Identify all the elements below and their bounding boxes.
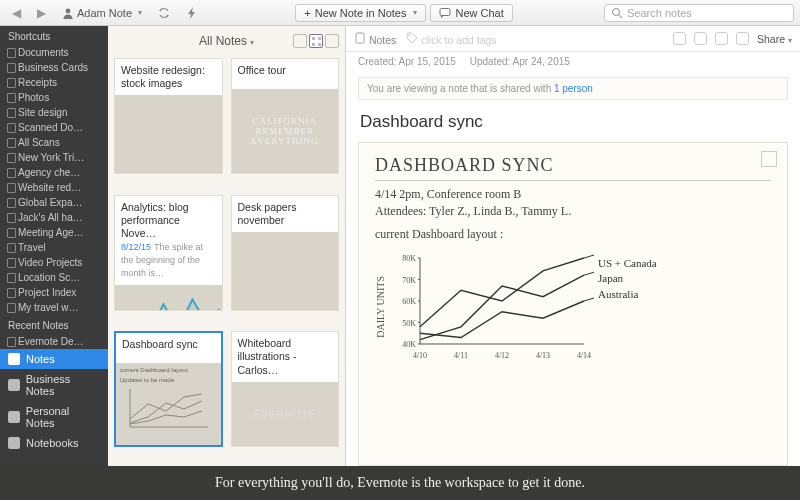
- plus-icon: +: [304, 7, 310, 19]
- sidebar-shortcut[interactable]: Global Expa…: [0, 195, 108, 210]
- svg-line-25: [584, 255, 594, 258]
- sidebar-shortcut[interactable]: Jack's All ha…: [0, 210, 108, 225]
- note-meta: Created: Apr 15, 2015 Updated: Apr 24, 2…: [346, 52, 800, 71]
- sidebar-shortcut[interactable]: Receipts: [0, 75, 108, 90]
- sidebar-shortcut[interactable]: New York Tri…: [0, 150, 108, 165]
- note-pane: Notes click to add tags Share Created: A…: [346, 26, 800, 466]
- top-toolbar: ◀ ▶ Adam Note + New Note in Notes New Ch…: [0, 0, 800, 26]
- sidebar-recent-item[interactable]: Evernote De…: [0, 334, 108, 349]
- main-area: Shortcuts DocumentsBusiness CardsReceipt…: [0, 26, 800, 466]
- card-thumb: [115, 95, 222, 173]
- sidebar-shortcut[interactable]: All Scans: [0, 135, 108, 150]
- svg-rect-1: [440, 8, 450, 15]
- new-chat-button[interactable]: New Chat: [430, 4, 512, 22]
- legend-item: Australia: [598, 287, 657, 302]
- notes-view-title[interactable]: All Notes: [199, 34, 254, 48]
- trash-icon[interactable]: [736, 32, 749, 45]
- svg-rect-6: [356, 33, 364, 43]
- svg-text:4/14: 4/14: [577, 351, 591, 360]
- present-icon[interactable]: [694, 32, 707, 45]
- new-note-button[interactable]: + New Note in Notes: [295, 4, 426, 22]
- sidebar-shortcut[interactable]: Site design: [0, 105, 108, 120]
- note-toolbar: Notes click to add tags Share: [346, 26, 800, 52]
- sidebar-shortcut[interactable]: Business Cards: [0, 60, 108, 75]
- sidebar-shortcut[interactable]: Meeting Age…: [0, 225, 108, 240]
- note-card[interactable]: Website redesign: stock images: [114, 58, 223, 174]
- sidebar-shortcut[interactable]: Agency che…: [0, 165, 108, 180]
- card-thumb: [232, 232, 339, 310]
- search-icon: [611, 7, 623, 19]
- nav-back-button[interactable]: ◀: [6, 4, 27, 22]
- view-list-icon[interactable]: [293, 34, 307, 48]
- sidebar-recent-header: Recent Notes: [0, 315, 108, 334]
- svg-line-26: [584, 272, 594, 275]
- sidebar-shortcut[interactable]: Website red…: [0, 180, 108, 195]
- paper-line: current Dashboard layout :: [375, 227, 771, 242]
- search-placeholder: Search notes: [627, 7, 692, 19]
- card-title: Office tour: [232, 59, 339, 89]
- card-thumb: [232, 89, 339, 173]
- reminder-icon[interactable]: [673, 32, 686, 45]
- note-card[interactable]: Dashboard synccurrent Dashboard layout:U…: [114, 331, 223, 447]
- svg-line-3: [619, 14, 622, 17]
- svg-text:80K: 80K: [402, 254, 416, 263]
- sidebar-primary-notes[interactable]: Notes: [0, 349, 108, 369]
- note-card[interactable]: Desk papers november: [231, 195, 340, 311]
- chart-ylabel: DAILY UNITS: [375, 276, 386, 338]
- chart-canvas: 40K50K60K70K80K4/104/114/124/134/14: [392, 252, 592, 362]
- sidebar-primary-notebooks[interactable]: Notebooks: [0, 433, 108, 453]
- sync-button[interactable]: [152, 5, 176, 21]
- info-icon[interactable]: [715, 32, 728, 45]
- sidebar-shortcut[interactable]: Location Sc…: [0, 270, 108, 285]
- note-card[interactable]: Office tour: [231, 58, 340, 174]
- note-card[interactable]: Analytics: blog performance Nove…8/12/15…: [114, 195, 223, 311]
- card-title: Website redesign: stock images: [115, 59, 222, 95]
- share-notice-link[interactable]: 1 person: [554, 83, 593, 94]
- view-snippet-icon[interactable]: [325, 34, 339, 48]
- note-body[interactable]: DASHBOARD SYNC 4/14 2pm, Conference room…: [358, 142, 788, 466]
- notes-column-header: All Notes: [108, 26, 345, 56]
- account-menu[interactable]: Adam Note: [56, 5, 148, 21]
- svg-text:70K: 70K: [402, 276, 416, 285]
- card-title: Whiteboard illustrations - Carlos…: [232, 332, 339, 381]
- sidebar: Shortcuts DocumentsBusiness CardsReceipt…: [0, 26, 108, 466]
- image-menu-icon[interactable]: [761, 151, 777, 167]
- svg-text:60K: 60K: [402, 297, 416, 306]
- sidebar-primary-personal-notes[interactable]: Personal Notes: [0, 401, 108, 433]
- sidebar-shortcut[interactable]: Photos: [0, 90, 108, 105]
- tags-field[interactable]: click to add tags: [406, 32, 496, 46]
- note-card[interactable]: Whiteboard illustrations - Carlos…: [231, 331, 340, 447]
- sidebar-primary-business-notes[interactable]: Business Notes: [0, 369, 108, 401]
- sidebar-shortcut[interactable]: My travel w…: [0, 300, 108, 315]
- legend-item: US + Canada: [598, 256, 657, 271]
- marketing-caption: For everything you'll do, Evernote is th…: [0, 466, 800, 500]
- note-title[interactable]: Dashboard sync: [346, 106, 800, 142]
- svg-text:40K: 40K: [402, 340, 416, 349]
- svg-line-27: [584, 298, 594, 301]
- search-input[interactable]: Search notes: [604, 4, 794, 22]
- card-title: Dashboard sync: [116, 333, 221, 363]
- sidebar-shortcut[interactable]: Project Index: [0, 285, 108, 300]
- view-grid-icon[interactable]: [309, 34, 323, 48]
- account-label: Adam Note: [77, 7, 132, 19]
- nav-forward-button[interactable]: ▶: [31, 4, 52, 22]
- sidebar-shortcut[interactable]: Scanned Do…: [0, 120, 108, 135]
- share-notice: You are viewing a note that is shared wi…: [358, 77, 788, 100]
- svg-text:4/13: 4/13: [536, 351, 550, 360]
- breadcrumb[interactable]: Notes: [354, 32, 396, 46]
- chat-icon: [439, 7, 451, 19]
- notes-grid: Website redesign: stock imagesOffice tou…: [108, 56, 345, 466]
- svg-text:50K: 50K: [402, 319, 416, 328]
- sidebar-shortcuts-header: Shortcuts: [0, 26, 108, 45]
- new-chat-label: New Chat: [455, 7, 503, 19]
- notebook-icon: [354, 32, 366, 44]
- sidebar-shortcut[interactable]: Travel: [0, 240, 108, 255]
- share-button[interactable]: Share: [757, 33, 792, 45]
- activity-button[interactable]: [180, 5, 204, 21]
- sync-icon: [158, 7, 170, 19]
- sidebar-shortcut[interactable]: Video Projects: [0, 255, 108, 270]
- paper-line: 4/14 2pm, Conference room B: [375, 187, 771, 202]
- sidebar-shortcut[interactable]: Documents: [0, 45, 108, 60]
- bolt-icon: [186, 7, 198, 19]
- chart-legend: US + CanadaJapanAustralia: [598, 256, 657, 362]
